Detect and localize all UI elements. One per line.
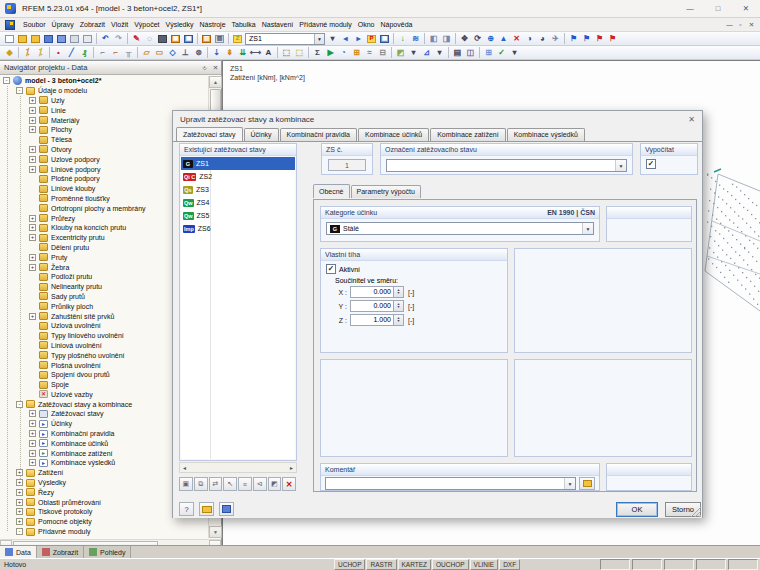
subtab-general[interactable]: Obecné xyxy=(313,184,350,198)
status-toggle-rastr[interactable]: RASTR xyxy=(366,559,396,570)
close-button[interactable]: ✕ xyxy=(732,0,760,18)
undo-icon[interactable]: ↶ xyxy=(100,33,112,45)
collapse-icon[interactable]: - xyxy=(3,77,10,84)
polyline-icon[interactable]: ₰ xyxy=(79,47,91,59)
action-category-combo[interactable]: GStálé ▼ xyxy=(326,222,594,235)
render-icon[interactable]: ◩ xyxy=(395,47,407,59)
load-case-row[interactable]: QwZS5 xyxy=(181,209,295,222)
dialog-tab[interactable]: Zatěžovací stavy xyxy=(176,127,243,141)
dialog-tab[interactable]: Kombinace výsledků xyxy=(507,128,585,141)
load2-icon[interactable]: ⇟ xyxy=(224,47,236,59)
pick-button[interactable]: ↖ xyxy=(223,477,237,491)
dialog-tab[interactable]: Kombinace účinků xyxy=(358,128,429,141)
factor-field[interactable]: 1.000 xyxy=(350,314,394,326)
tree-item[interactable]: -Údaje o modelu xyxy=(0,86,207,96)
load-case-number-field[interactable]: 1 xyxy=(328,159,366,171)
collapse-icon[interactable]: - xyxy=(16,528,23,535)
visibility-icon[interactable]: ◧ xyxy=(428,33,440,45)
collapse-icon[interactable]: - xyxy=(16,87,23,94)
expand-icon[interactable]: + xyxy=(29,410,36,417)
menu-pravy[interactable]: Úpravy xyxy=(49,18,77,32)
expand-icon[interactable]: + xyxy=(16,479,23,486)
modules-icon[interactable]: ▤ xyxy=(452,47,464,59)
load-case-combo[interactable]: ZS1▼ xyxy=(245,33,325,45)
expand-icon[interactable]: + xyxy=(16,508,23,515)
comment-combo[interactable]: ▼ xyxy=(325,477,576,490)
copy-load-case-button[interactable]: ⧉ xyxy=(194,477,208,491)
tree-item[interactable]: +Pomocné objekty xyxy=(0,517,207,527)
mesh-icon[interactable]: ⊞ xyxy=(351,47,363,59)
load-case-row[interactable]: Qi CZS2 xyxy=(181,170,295,183)
mdi-restore-button[interactable]: ▫ xyxy=(735,21,746,29)
expand-icon[interactable]: + xyxy=(29,166,36,173)
menu-nastaven[interactable]: Nastavení xyxy=(259,18,297,32)
tree-item[interactable]: -model - 3 beton+ocel2* xyxy=(0,76,207,86)
flag-blue2-icon[interactable]: ⚑ xyxy=(581,33,593,45)
list-scroll-left-icon[interactable]: ◄ xyxy=(180,465,187,471)
expand-icon[interactable]: + xyxy=(29,459,36,466)
node-icon[interactable]: • xyxy=(53,47,65,59)
pin-icon[interactable]: ⎀ xyxy=(199,64,210,72)
expand-icon[interactable]: + xyxy=(16,489,23,496)
navigator-close-icon[interactable]: ✕ xyxy=(210,64,221,72)
status-toggle-dxf[interactable]: DXF xyxy=(499,559,520,570)
dialog-tab[interactable]: Účinky xyxy=(244,128,279,141)
load-case-row[interactable]: ImpZS6 xyxy=(181,222,295,235)
chevron-down-icon[interactable]: ▼ xyxy=(564,478,575,489)
solid-icon[interactable]: ▭ xyxy=(154,47,166,59)
scroll-up-icon[interactable]: ▲ xyxy=(209,76,222,88)
menu-vloit[interactable]: Vložit xyxy=(108,18,131,32)
status-toggle-ouchop[interactable]: OUCHOP xyxy=(432,559,469,570)
snap-icon[interactable]: ◆ xyxy=(4,47,16,59)
tree-item[interactable]: +Uzly xyxy=(0,96,207,106)
drop3-icon[interactable]: ▾ xyxy=(509,47,521,59)
show-results-icon[interactable]: ≋ xyxy=(410,33,422,45)
drop2-icon[interactable]: ▾ xyxy=(434,47,446,59)
spinner-icon[interactable]: ▲▼ xyxy=(394,286,404,298)
minimize-button[interactable]: — xyxy=(676,0,704,18)
expand-icon[interactable]: + xyxy=(29,224,36,231)
next-case-icon[interactable]: ▸ xyxy=(353,33,365,45)
dialog-close-icon[interactable]: ✕ xyxy=(688,115,695,124)
load3-icon[interactable]: ⇊ xyxy=(237,47,249,59)
zoom-all-icon[interactable]: ▲ xyxy=(498,33,510,45)
menu-nstroje[interactable]: Nástroje xyxy=(197,18,229,32)
nav-tab-data[interactable]: Data xyxy=(0,546,37,558)
expand-icon[interactable]: + xyxy=(29,234,36,241)
load-case-row[interactable]: QsZS3 xyxy=(181,183,295,196)
expand-icon[interactable]: + xyxy=(29,215,36,222)
save-icon[interactable] xyxy=(43,33,55,45)
filter-button[interactable]: ⊲ xyxy=(253,477,267,491)
ok-button[interactable]: OK xyxy=(616,502,658,517)
check2-icon[interactable]: ✓ xyxy=(496,47,508,59)
subtab-calc-params[interactable]: Parametry výpočtu xyxy=(351,185,421,198)
nav-tab-pohledy[interactable]: Pohledy xyxy=(84,546,131,558)
text-icon[interactable]: A xyxy=(263,47,275,59)
mdi-close-button[interactable]: ✕ xyxy=(746,21,757,29)
expand-icon[interactable]: + xyxy=(29,117,36,124)
camera2-icon[interactable]: ✈ xyxy=(550,33,562,45)
chevron-down-icon[interactable]: ▼ xyxy=(582,223,593,234)
nav-tab-zobrazit[interactable]: Zobrazit xyxy=(37,546,84,558)
calculate-checkbox[interactable]: ✓ xyxy=(646,159,656,169)
list-horizontal-scrollbar[interactable]: ◄ ► xyxy=(179,462,297,473)
expand-icon[interactable]: + xyxy=(29,97,36,104)
menu-tabulka[interactable]: Tabulka xyxy=(229,18,259,32)
expand-icon[interactable]: + xyxy=(29,313,36,320)
expand-icon[interactable]: + xyxy=(29,156,36,163)
panel-icon[interactable]: ▥ xyxy=(201,33,213,45)
wind-icon[interactable]: ≈ xyxy=(364,47,376,59)
expand-icon[interactable]: + xyxy=(16,499,23,506)
factor-field[interactable]: 0.000 xyxy=(350,286,394,298)
menu-vsledky[interactable]: Výsledky xyxy=(162,18,196,32)
grid-icon[interactable]: ⊞ xyxy=(483,47,495,59)
expand-icon[interactable]: + xyxy=(29,254,36,261)
column-icon[interactable]: ╥ xyxy=(123,47,135,59)
expand-icon[interactable]: + xyxy=(29,420,36,427)
delete-load-case-button[interactable]: ✕ xyxy=(282,477,296,491)
view-3d-icon[interactable]: ◕ xyxy=(537,33,549,45)
help-button[interactable]: ? xyxy=(179,502,194,516)
surface-icon[interactable]: ▱ xyxy=(141,47,153,59)
expand-icon[interactable]: + xyxy=(29,450,36,457)
camera-icon[interactable] xyxy=(157,33,169,45)
